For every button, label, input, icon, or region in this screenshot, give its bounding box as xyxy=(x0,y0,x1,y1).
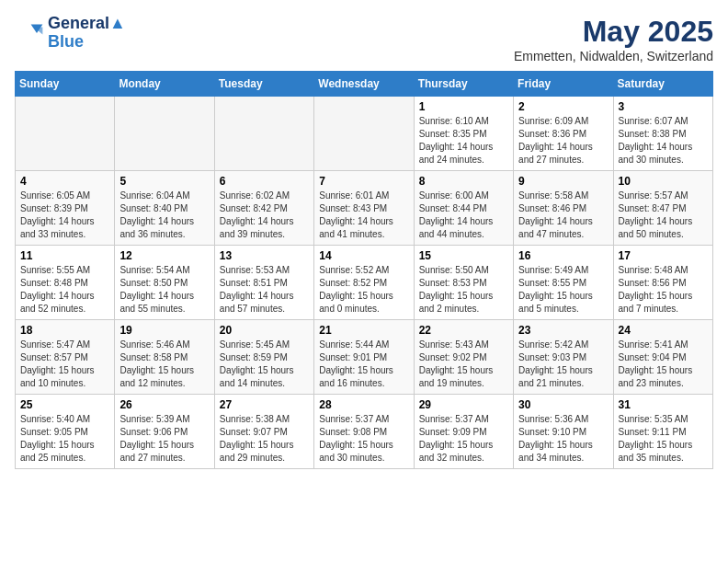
day-number: 28 xyxy=(319,398,408,411)
day-cell-18: 18Sunrise: 5:47 AMSunset: 8:57 PMDayligh… xyxy=(16,320,115,395)
day-info: Sunrise: 5:38 AMSunset: 9:07 PMDaylight:… xyxy=(220,413,309,465)
title-block: May 2025 Emmetten, Nidwalden, Switzerlan… xyxy=(514,15,713,63)
day-cell-24: 24Sunrise: 5:41 AMSunset: 9:04 PMDayligh… xyxy=(613,320,712,395)
day-info: Sunrise: 5:35 AMSunset: 9:11 PMDaylight:… xyxy=(619,413,708,465)
day-number: 14 xyxy=(319,249,408,262)
day-info: Sunrise: 5:46 AMSunset: 8:58 PMDaylight:… xyxy=(119,339,209,390)
day-number: 24 xyxy=(619,324,708,337)
day-info: Sunrise: 5:37 AMSunset: 9:08 PMDaylight:… xyxy=(319,413,408,465)
day-info: Sunrise: 5:45 AMSunset: 8:59 PMDaylight:… xyxy=(220,339,309,390)
day-number: 16 xyxy=(518,249,608,262)
day-cell-15: 15Sunrise: 5:50 AMSunset: 8:53 PMDayligh… xyxy=(414,246,513,320)
day-number: 1 xyxy=(419,100,508,113)
page-header: General▲ Blue May 2025 Emmetten, Nidwald… xyxy=(15,15,713,63)
day-info: Sunrise: 6:09 AMSunset: 8:36 PMDaylight:… xyxy=(518,115,608,167)
day-cell-2: 2Sunrise: 6:09 AMSunset: 8:36 PMDaylight… xyxy=(514,97,613,171)
day-number: 7 xyxy=(319,175,408,188)
day-cell-7: 7Sunrise: 6:01 AMSunset: 8:43 PMDaylight… xyxy=(314,171,414,246)
day-number: 11 xyxy=(20,249,109,262)
day-number: 12 xyxy=(119,249,209,262)
day-number: 30 xyxy=(518,398,608,411)
empty-cell xyxy=(115,97,214,171)
day-number: 22 xyxy=(419,324,508,337)
weekday-header-wednesday: Wednesday xyxy=(314,72,414,97)
day-cell-9: 9Sunrise: 5:58 AMSunset: 8:46 PMDaylight… xyxy=(514,171,613,246)
day-cell-20: 20Sunrise: 5:45 AMSunset: 8:59 PMDayligh… xyxy=(214,320,313,395)
day-info: Sunrise: 5:50 AMSunset: 8:53 PMDaylight:… xyxy=(419,264,508,316)
day-info: Sunrise: 5:55 AMSunset: 8:48 PMDaylight:… xyxy=(20,264,109,316)
day-cell-23: 23Sunrise: 5:42 AMSunset: 9:03 PMDayligh… xyxy=(514,320,613,395)
svg-rect-0 xyxy=(15,18,44,48)
day-number: 26 xyxy=(119,398,209,411)
day-number: 3 xyxy=(619,100,708,113)
day-cell-3: 3Sunrise: 6:07 AMSunset: 8:38 PMDaylight… xyxy=(613,97,712,171)
day-number: 10 xyxy=(619,175,708,188)
day-cell-8: 8Sunrise: 6:00 AMSunset: 8:44 PMDaylight… xyxy=(414,171,513,246)
weekday-header-tuesday: Tuesday xyxy=(214,72,313,97)
day-cell-12: 12Sunrise: 5:54 AMSunset: 8:50 PMDayligh… xyxy=(115,246,214,320)
day-number: 27 xyxy=(220,398,309,411)
day-number: 6 xyxy=(220,175,309,188)
day-number: 20 xyxy=(220,324,309,337)
week-row-5: 25Sunrise: 5:40 AMSunset: 9:05 PMDayligh… xyxy=(16,395,713,469)
weekday-header-friday: Friday xyxy=(514,72,613,97)
location-subtitle: Emmetten, Nidwalden, Switzerland xyxy=(514,49,713,63)
day-cell-30: 30Sunrise: 5:36 AMSunset: 9:10 PMDayligh… xyxy=(514,395,613,469)
day-info: Sunrise: 6:04 AMSunset: 8:40 PMDaylight:… xyxy=(119,190,209,241)
day-info: Sunrise: 5:43 AMSunset: 9:02 PMDaylight:… xyxy=(419,339,508,390)
day-number: 31 xyxy=(619,398,708,411)
month-title: May 2025 xyxy=(514,15,713,49)
day-info: Sunrise: 5:47 AMSunset: 8:57 PMDaylight:… xyxy=(20,339,109,390)
weekday-header-sunday: Sunday xyxy=(16,72,115,97)
day-info: Sunrise: 5:48 AMSunset: 8:56 PMDaylight:… xyxy=(619,264,708,316)
day-cell-22: 22Sunrise: 5:43 AMSunset: 9:02 PMDayligh… xyxy=(414,320,513,395)
empty-cell xyxy=(16,97,115,171)
day-info: Sunrise: 6:01 AMSunset: 8:43 PMDaylight:… xyxy=(319,190,408,241)
day-cell-14: 14Sunrise: 5:52 AMSunset: 8:52 PMDayligh… xyxy=(314,246,414,320)
day-cell-17: 17Sunrise: 5:48 AMSunset: 8:56 PMDayligh… xyxy=(613,246,712,320)
day-cell-11: 11Sunrise: 5:55 AMSunset: 8:48 PMDayligh… xyxy=(16,246,115,320)
day-cell-27: 27Sunrise: 5:38 AMSunset: 9:07 PMDayligh… xyxy=(214,395,313,469)
day-info: Sunrise: 6:10 AMSunset: 8:35 PMDaylight:… xyxy=(419,115,508,167)
day-info: Sunrise: 5:36 AMSunset: 9:10 PMDaylight:… xyxy=(518,413,608,465)
week-row-2: 4Sunrise: 6:05 AMSunset: 8:39 PMDaylight… xyxy=(16,171,713,246)
day-number: 21 xyxy=(319,324,408,337)
empty-cell xyxy=(214,97,313,171)
day-number: 2 xyxy=(518,100,608,113)
logo-icon xyxy=(15,18,44,48)
day-info: Sunrise: 5:42 AMSunset: 9:03 PMDaylight:… xyxy=(518,339,608,390)
day-number: 17 xyxy=(619,249,708,262)
weekday-header-saturday: Saturday xyxy=(613,72,712,97)
logo: General▲ Blue xyxy=(15,15,126,52)
week-row-3: 11Sunrise: 5:55 AMSunset: 8:48 PMDayligh… xyxy=(16,246,713,320)
day-info: Sunrise: 5:39 AMSunset: 9:06 PMDaylight:… xyxy=(119,413,209,465)
day-cell-10: 10Sunrise: 5:57 AMSunset: 8:47 PMDayligh… xyxy=(613,171,712,246)
day-cell-26: 26Sunrise: 5:39 AMSunset: 9:06 PMDayligh… xyxy=(115,395,214,469)
day-number: 23 xyxy=(518,324,608,337)
day-info: Sunrise: 6:00 AMSunset: 8:44 PMDaylight:… xyxy=(419,190,508,241)
day-number: 15 xyxy=(419,249,508,262)
day-info: Sunrise: 5:53 AMSunset: 8:51 PMDaylight:… xyxy=(220,264,309,316)
day-cell-13: 13Sunrise: 5:53 AMSunset: 8:51 PMDayligh… xyxy=(214,246,313,320)
day-info: Sunrise: 5:41 AMSunset: 9:04 PMDaylight:… xyxy=(619,339,708,390)
day-cell-21: 21Sunrise: 5:44 AMSunset: 9:01 PMDayligh… xyxy=(314,320,414,395)
day-info: Sunrise: 5:44 AMSunset: 9:01 PMDaylight:… xyxy=(319,339,408,390)
weekday-header-row: SundayMondayTuesdayWednesdayThursdayFrid… xyxy=(16,72,713,97)
day-number: 29 xyxy=(419,398,508,411)
day-info: Sunrise: 6:02 AMSunset: 8:42 PMDaylight:… xyxy=(220,190,309,241)
day-cell-29: 29Sunrise: 5:37 AMSunset: 9:09 PMDayligh… xyxy=(414,395,513,469)
day-info: Sunrise: 5:40 AMSunset: 9:05 PMDaylight:… xyxy=(20,413,109,465)
day-info: Sunrise: 5:52 AMSunset: 8:52 PMDaylight:… xyxy=(319,264,408,316)
day-info: Sunrise: 5:57 AMSunset: 8:47 PMDaylight:… xyxy=(619,190,708,241)
day-info: Sunrise: 5:49 AMSunset: 8:55 PMDaylight:… xyxy=(518,264,608,316)
day-number: 8 xyxy=(419,175,508,188)
day-cell-1: 1Sunrise: 6:10 AMSunset: 8:35 PMDaylight… xyxy=(414,97,513,171)
calendar-table: SundayMondayTuesdayWednesdayThursdayFrid… xyxy=(15,71,713,469)
day-number: 19 xyxy=(119,324,209,337)
day-number: 18 xyxy=(20,324,109,337)
day-number: 5 xyxy=(119,175,209,188)
week-row-1: 1Sunrise: 6:10 AMSunset: 8:35 PMDaylight… xyxy=(16,97,713,171)
day-info: Sunrise: 5:37 AMSunset: 9:09 PMDaylight:… xyxy=(419,413,508,465)
day-info: Sunrise: 5:58 AMSunset: 8:46 PMDaylight:… xyxy=(518,190,608,241)
day-cell-25: 25Sunrise: 5:40 AMSunset: 9:05 PMDayligh… xyxy=(16,395,115,469)
